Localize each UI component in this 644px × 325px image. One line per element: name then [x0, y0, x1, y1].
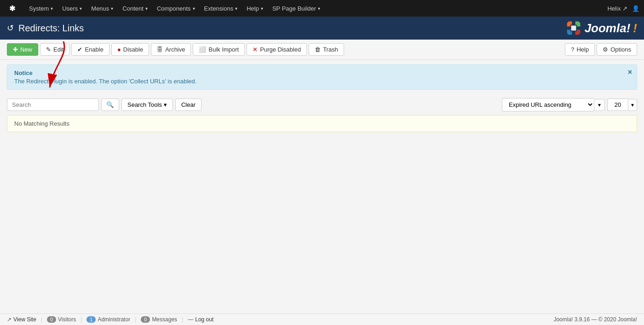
toolbar-right-buttons: ? Help ⚙ Options	[565, 43, 637, 56]
sort-container: Expired URL ascending ▾	[502, 98, 605, 111]
search-icon: 🔍	[106, 101, 114, 108]
disable-button[interactable]: ● Disable	[111, 43, 149, 56]
header-left: ↺ Redirects: Links	[7, 23, 84, 34]
search-bar-left: 🔍 Search Tools ▾ Clear	[7, 99, 201, 111]
check-icon: ✔	[77, 46, 82, 53]
clear-button[interactable]: Clear	[175, 99, 201, 111]
nav-system[interactable]: System ▾	[24, 0, 58, 17]
page-title: Redirects: Links	[18, 23, 84, 34]
no-results-message: No Matching Results	[7, 115, 637, 132]
joomla-brand: Joomla! !	[565, 20, 637, 36]
trash-icon: 🗑	[315, 46, 321, 53]
chevron-down-icon: ▾	[164, 101, 167, 108]
refresh-icon[interactable]: ↺	[7, 23, 14, 33]
notice-message: The Redirect Plugin is enabled. The opti…	[14, 78, 630, 85]
trash-button[interactable]: 🗑 Trash	[309, 43, 344, 56]
chevron-down-icon: ▾	[111, 6, 113, 11]
sort-select[interactable]: Expired URL ascending	[502, 98, 594, 111]
bulk-import-button[interactable]: ⬜ Bulk Import	[193, 43, 245, 56]
question-icon: ?	[571, 46, 574, 53]
joomla-logo-nav[interactable]: ✱	[5, 0, 20, 17]
help-button[interactable]: ? Help	[565, 43, 595, 56]
chevron-down-icon: ▾	[145, 6, 148, 11]
notice-close-button[interactable]: ×	[628, 69, 632, 76]
search-tools-button[interactable]: Search Tools ▾	[121, 99, 173, 111]
chevron-down-icon: ▾	[261, 6, 263, 11]
enable-button[interactable]: ✔ Enable	[71, 43, 109, 56]
edit-button[interactable]: ✎ Edit	[40, 43, 69, 56]
nav-extensions[interactable]: Extensions ▾	[200, 0, 242, 17]
joomla-exclaim: !	[633, 21, 637, 35]
notice-title: Notice	[14, 70, 630, 76]
search-bar-right: Expired URL ascending ▾ ▾	[502, 98, 637, 111]
x-icon: ✕	[253, 46, 258, 53]
joomla-wordmark: Joomla!	[585, 21, 631, 35]
circle-icon: ●	[117, 46, 121, 53]
nav-users[interactable]: Users ▾	[58, 0, 86, 17]
svg-rect-1	[571, 26, 576, 31]
search-button[interactable]: 🔍	[101, 99, 119, 111]
per-page-input[interactable]	[607, 99, 628, 111]
chevron-down-icon: ▾	[51, 6, 53, 11]
results-area: No Matching Results	[7, 115, 637, 132]
archive-icon: 🗄	[157, 46, 163, 53]
new-button[interactable]: ✚ New	[7, 43, 38, 56]
search-input[interactable]	[7, 99, 99, 111]
search-bar: 🔍 Search Tools ▾ Clear Expired URL ascen…	[0, 94, 644, 115]
archive-button[interactable]: 🗄 Archive	[151, 43, 191, 56]
options-button[interactable]: ⚙ Options	[597, 43, 637, 56]
helix-link[interactable]: Helix ↗	[607, 5, 627, 12]
nav-components[interactable]: Components ▾	[152, 0, 200, 17]
notice-bar: Notice The Redirect Plugin is enabled. T…	[7, 64, 637, 90]
plus-icon: ✚	[13, 46, 18, 53]
nav-help[interactable]: Help ▾	[242, 0, 268, 17]
toolbar-left-buttons: ✚ New ✎ Edit ✔ Enable ● Disable 🗄 Archiv…	[7, 43, 344, 56]
purge-disabled-button[interactable]: ✕ Purge Disabled	[247, 43, 307, 56]
nav-menu: ✱ System ▾ Users ▾ Menus ▾ Content ▾ Com…	[5, 0, 325, 17]
chevron-down-icon: ▾	[318, 6, 320, 11]
joomla-logo-icon	[565, 20, 582, 36]
nav-menus[interactable]: Menus ▾	[86, 0, 118, 17]
toolbar: ✚ New ✎ Edit ✔ Enable ● Disable 🗄 Archiv…	[0, 40, 644, 60]
chevron-down-icon: ▾	[193, 6, 195, 11]
edit-icon: ✎	[46, 46, 51, 53]
topbar-right-area: Helix ↗ 👤	[607, 5, 639, 12]
nav-content[interactable]: Content ▾	[118, 0, 152, 17]
per-page-arrow-button[interactable]: ▾	[628, 99, 637, 111]
gear-icon: ⚙	[603, 46, 608, 53]
import-icon: ⬜	[199, 46, 206, 53]
nav-spb[interactable]: SP Page Builder ▾	[268, 0, 325, 17]
per-page-container: ▾	[607, 99, 637, 111]
chevron-down-icon: ▾	[80, 6, 82, 11]
header-bar: ↺ Redirects: Links Joomla! !	[0, 17, 644, 40]
sort-arrow-button[interactable]: ▾	[594, 99, 605, 111]
chevron-down-icon: ▾	[235, 6, 237, 11]
user-icon[interactable]: 👤	[632, 5, 639, 12]
top-navbar: ✱ System ▾ Users ▾ Menus ▾ Content ▾ Com…	[0, 0, 644, 17]
